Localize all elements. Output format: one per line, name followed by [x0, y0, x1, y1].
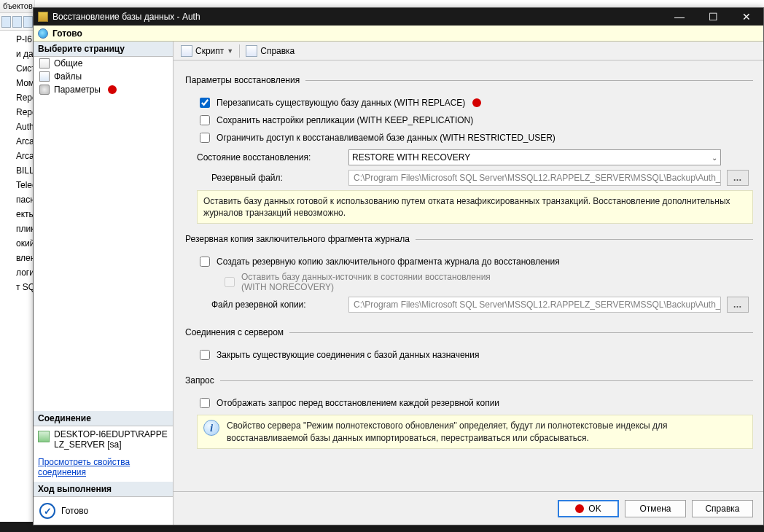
connection-header: Соединение: [34, 411, 173, 426]
page-label: Общие: [54, 58, 82, 69]
close-button[interactable]: ✕: [730, 8, 763, 26]
dialog-footer: OK Отмена Справка: [174, 491, 763, 525]
recovery-state-value: RESTORE WITH RECOVERY: [352, 152, 470, 163]
tree-item[interactable]: Arcadia94: [13, 136, 34, 147]
restore-options-legend: Параметры восстановления: [184, 75, 305, 85]
prompt-legend: Запрос: [184, 375, 220, 386]
standby-browse-button[interactable]: …: [727, 170, 749, 186]
help-footer-label: Справка: [705, 504, 739, 514]
keep-replication-checkbox[interactable]: [200, 115, 210, 125]
recovery-state-combo[interactable]: RESTORE WITH RECOVERY ⌄: [348, 149, 721, 165]
tree-item[interactable]: екты сер: [13, 208, 34, 220]
tree-item[interactable]: логи слу: [13, 267, 34, 278]
restore-options-group: Параметры восстановления Перезаписать су…: [184, 75, 753, 224]
progress-ready-icon: [39, 503, 55, 519]
info-icon: [203, 420, 219, 436]
backup-file-browse-button[interactable]: …: [727, 297, 749, 313]
tree-item[interactable]: BILLING94: [13, 165, 34, 176]
tree-item[interactable]: P-I6EDUI: [13, 34, 34, 45]
ok-button[interactable]: OK: [558, 500, 619, 517]
ready-statusbar: Готово: [34, 26, 763, 42]
tree-item[interactable]: Системны: [13, 63, 34, 74]
tree-item[interactable]: пликация: [13, 223, 34, 235]
cancel-button[interactable]: Отмена: [625, 500, 686, 517]
recovery-state-info: Оставить базу данных готовой к использов…: [197, 190, 753, 224]
close-existing-conn-checkbox[interactable]: [200, 350, 210, 360]
tail-log-legend: Резервная копия заключительного фрагмент…: [184, 234, 416, 244]
prompt-group: Запрос Отображать запрос перед восстанов…: [184, 375, 753, 448]
server-connections-legend: Соединения с сервером: [184, 327, 289, 337]
overwrite-checkbox[interactable]: [200, 98, 210, 108]
prompt-before-restore-label: Отображать запрос перед восстановлением …: [217, 398, 499, 408]
info-icon: [38, 28, 48, 39]
page-options[interactable]: Параметры: [34, 83, 173, 96]
restricted-user-checkbox[interactable]: [200, 133, 210, 143]
object-explorer-header: бъектов: [0, 0, 34, 13]
tree-item[interactable]: ArcadiaIn: [13, 150, 34, 162]
tail-log-backup-label: Создать резервную копию заключительного …: [217, 257, 560, 267]
server-icon: [38, 431, 50, 442]
norecovery-checkbox: [225, 277, 235, 287]
server-connections-group: Соединения с сервером Закрыть существующ…: [184, 327, 753, 365]
page-icon: [39, 85, 50, 95]
help-icon: [246, 45, 257, 57]
page-label: Файлы: [54, 71, 82, 82]
page-icon: [39, 71, 50, 82]
tree-item[interactable]: вление: [13, 252, 34, 264]
connection-value: DESKTOP-I6EDUPT\RAPPELZ_SERVER [sa]: [54, 429, 168, 450]
maximize-button[interactable]: ☐: [696, 8, 730, 26]
highlight-dot-icon: [575, 504, 584, 513]
close-existing-conn-label: Закрыть существующие соединения с базой …: [217, 350, 479, 360]
tree-item[interactable]: Auth: [13, 121, 34, 133]
tree-item[interactable]: т SQL Se: [13, 281, 34, 293]
keep-replication-label: Сохранить настройки репликации (WITH KEE…: [217, 115, 473, 125]
page-selector-pane: Выберите страницу Общие Файлы Параметры …: [34, 42, 174, 525]
tree-item[interactable]: пасность: [13, 194, 34, 206]
prompt-before-restore-checkbox[interactable]: [200, 398, 210, 408]
script-button[interactable]: Скрипт ▼: [178, 44, 236, 58]
script-icon: [181, 45, 192, 57]
chevron-down-icon: ⌄: [712, 154, 717, 162]
recovery-state-label: Состояние восстановления:: [197, 152, 343, 163]
restore-database-dialog: Восстановление базы данных - Auth — ☐ ✕ …: [33, 7, 764, 525]
highlight-dot-icon: [472, 98, 481, 107]
status-text: Готово: [52, 28, 82, 39]
help-button[interactable]: Справка: [243, 44, 297, 58]
page-icon: [39, 58, 50, 69]
standby-file-label: Резервный файл:: [197, 173, 343, 183]
norecovery-label: Оставить базу данных-источник в состояни…: [241, 272, 491, 292]
minimize-button[interactable]: —: [663, 8, 696, 26]
tree-item[interactable]: окий уро: [13, 238, 34, 249]
dialog-toolbar: Скрипт ▼ Справка: [174, 42, 763, 60]
page-label: Параметры: [54, 85, 101, 95]
select-page-header: Выберите страницу: [34, 42, 173, 57]
titlebar[interactable]: Восстановление базы данных - Auth — ☐ ✕: [34, 8, 763, 26]
fulltext-info-text: Свойство сервера "Режим полнотекстового …: [227, 420, 747, 443]
tree-item[interactable]: и данных: [13, 48, 34, 60]
script-label: Скрипт: [195, 46, 224, 56]
tree-item[interactable]: Момента: [13, 77, 34, 89]
page-general[interactable]: Общие: [34, 57, 173, 70]
progress-header: Ход выполнения: [34, 482, 173, 497]
backup-file-input[interactable]: C:\Program Files\Microsoft SQL Server\MS…: [348, 297, 721, 313]
tree-item[interactable]: ReportSer: [13, 92, 34, 103]
help-footer-button[interactable]: Справка: [692, 500, 753, 517]
view-connection-props-link[interactable]: Просмотреть свойства соединения: [38, 457, 130, 477]
progress-text: Готово: [61, 506, 88, 516]
tree-item[interactable]: ReportSer: [13, 106, 34, 118]
object-explorer-toolbar: [0, 13, 34, 31]
tail-log-group: Резервная копия заключительного фрагмент…: [184, 234, 753, 317]
page-files[interactable]: Файлы: [34, 70, 173, 83]
standby-file-input[interactable]: C:\Program Files\Microsoft SQL Server\MS…: [348, 170, 721, 186]
app-icon: [38, 12, 48, 22]
overwrite-label: Перезаписать существующую базу данных (W…: [217, 98, 465, 108]
options-page: Скрипт ▼ Справка Параметры восстановлени…: [174, 42, 763, 525]
tail-log-backup-checkbox[interactable]: [200, 257, 210, 267]
chevron-down-icon[interactable]: ▼: [227, 47, 233, 55]
backup-file-label: Файл резервной копии:: [197, 300, 343, 310]
restricted-user-label: Ограничить доступ к восстанавливаемой ба…: [217, 133, 556, 143]
object-explorer-panel: бъектов P-I6EDUI и данных Системны Момен…: [0, 0, 35, 532]
highlight-dot-icon: [108, 85, 117, 94]
window-title: Восстановление базы данных - Auth: [52, 12, 200, 22]
tree-item[interactable]: Telecaste: [13, 179, 34, 191]
